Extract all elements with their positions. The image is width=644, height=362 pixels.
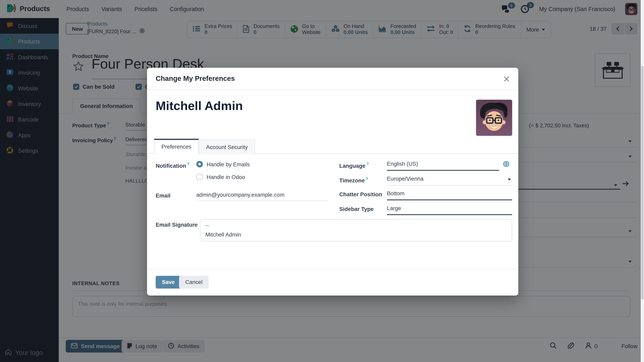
user-name-heading: Mitchell Admin xyxy=(156,99,243,113)
radio-handle-in-odoo[interactable]: Handle in Odoo xyxy=(196,174,245,180)
screen: Products Products Variants Pricelists Co… xyxy=(0,0,644,362)
dialog-tabs: Preferences Account Security xyxy=(147,139,518,154)
chatter-position-field[interactable] xyxy=(387,190,502,197)
radio-selected-icon xyxy=(196,161,203,168)
preferences-dialog: Change My Preferences Mitchell Admin Pre… xyxy=(147,68,518,296)
language-label: Language? xyxy=(339,162,369,169)
email-signature-editor[interactable]: -- Mitchell Admin xyxy=(200,219,512,241)
email-field[interactable] xyxy=(196,192,332,198)
close-icon[interactable] xyxy=(502,74,511,83)
signature-line: -- xyxy=(205,222,507,229)
user-avatar-large[interactable] xyxy=(476,100,512,136)
sidebar-type-field[interactable] xyxy=(387,205,502,211)
tab-account-security[interactable]: Account Security xyxy=(199,139,255,154)
language-globe-icon[interactable] xyxy=(503,160,510,169)
scrollbar-thumb[interactable] xyxy=(641,66,644,300)
sidebar-type-label: Sidebar Type xyxy=(339,206,374,212)
field-underline xyxy=(387,185,512,185)
field-underline xyxy=(196,201,329,201)
chevron-down-icon[interactable] xyxy=(508,179,511,181)
field-underline-focused xyxy=(387,170,499,171)
signature-line: Mitchell Admin xyxy=(205,230,507,239)
save-button[interactable]: Save xyxy=(156,276,181,288)
help-icon: ? xyxy=(366,177,368,181)
scrollbar[interactable] xyxy=(641,0,644,362)
email-label: Email xyxy=(156,192,170,199)
tab-preferences[interactable]: Preferences xyxy=(154,139,199,154)
notification-label: Notification? xyxy=(156,162,190,169)
chatter-position-label: Chatter Position xyxy=(339,191,382,198)
radio-unselected-icon xyxy=(196,174,203,180)
timezone-select[interactable] xyxy=(387,176,498,182)
field-underline-focused xyxy=(387,200,512,200)
dialog-footer-divider xyxy=(147,269,518,269)
cancel-button[interactable]: Cancel xyxy=(179,276,209,288)
language-field[interactable] xyxy=(387,161,494,167)
help-icon: ? xyxy=(366,162,369,166)
field-underline-focused xyxy=(387,214,512,215)
dialog-title: Change My Preferences xyxy=(156,74,235,83)
timezone-label: Timezone? xyxy=(339,177,368,184)
email-signature-label: Email Signature xyxy=(156,222,198,228)
help-icon: ? xyxy=(187,162,190,166)
radio-handle-by-emails[interactable]: Handle by Emails xyxy=(196,161,250,168)
dialog-header: Change My Preferences xyxy=(147,68,518,90)
